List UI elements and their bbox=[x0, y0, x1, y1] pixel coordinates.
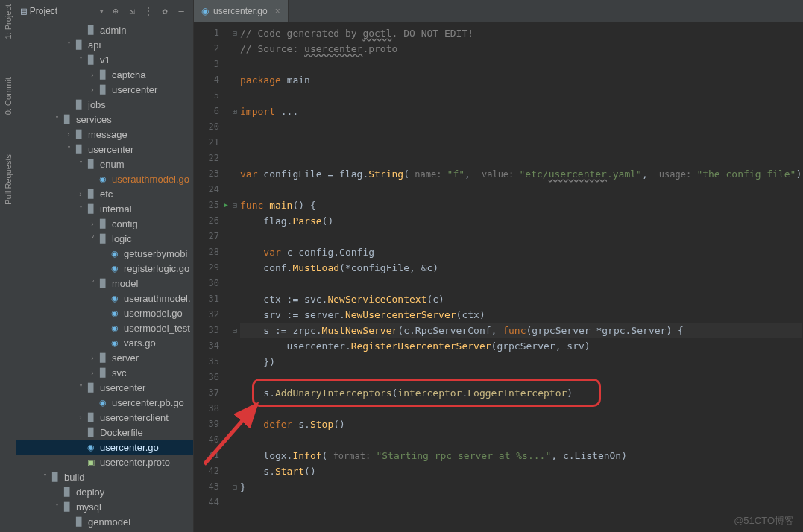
fold-mark[interactable] bbox=[230, 417, 240, 432]
tree-item[interactable]: ▉deploy bbox=[16, 484, 193, 499]
chevron-icon[interactable]: › bbox=[88, 354, 97, 362]
fold-mark[interactable] bbox=[230, 41, 240, 57]
tree-item[interactable]: ˅▉services bbox=[16, 112, 193, 127]
tree-item[interactable]: ◉getuserbymobi bbox=[16, 246, 193, 261]
fold-mark[interactable] bbox=[230, 135, 240, 151]
tree-item[interactable]: ▉Dockerfile bbox=[16, 425, 193, 440]
tree-item[interactable]: ˅▉enum bbox=[16, 156, 193, 171]
rail-commit[interactable]: 0: Commit bbox=[2, 73, 14, 119]
chevron-icon[interactable]: › bbox=[76, 414, 85, 422]
fold-mark[interactable] bbox=[230, 88, 240, 104]
chevron-icon[interactable]: › bbox=[88, 220, 97, 228]
tree-item[interactable]: ◉userauthmodel.go bbox=[16, 171, 193, 186]
tree-item[interactable]: ›▉message bbox=[16, 127, 193, 142]
gear-icon[interactable]: ✿ bbox=[157, 4, 172, 19]
sidebar-title[interactable]: Project bbox=[30, 6, 97, 16]
chevron-icon[interactable]: ˅ bbox=[52, 503, 61, 511]
tree-item[interactable]: ›▉etc bbox=[16, 186, 193, 201]
fold-mark[interactable] bbox=[230, 182, 240, 197]
project-tree[interactable]: ▉admin˅▉api˅▉v1›▉captcha›▉usercenter▉job… bbox=[16, 22, 193, 532]
fold-mark[interactable] bbox=[230, 401, 240, 417]
chevron-icon[interactable]: ˅ bbox=[88, 235, 97, 243]
chevron-icon[interactable]: ˅ bbox=[52, 115, 61, 124]
tree-item[interactable]: ›▉svc bbox=[16, 365, 193, 380]
chevron-icon[interactable]: ˅ bbox=[88, 279, 97, 288]
tree-item[interactable]: ˅▉mysql bbox=[16, 499, 193, 514]
chevron-icon[interactable]: › bbox=[88, 369, 97, 377]
fold-mark[interactable] bbox=[230, 166, 240, 182]
fold-mark[interactable] bbox=[230, 463, 240, 479]
tree-item[interactable]: ▣usercenter.proto bbox=[16, 455, 193, 469]
tree-item[interactable]: ◉usercenter.pb.go bbox=[16, 395, 193, 410]
chevron-icon[interactable]: ˅ bbox=[76, 160, 85, 168]
fold-mark[interactable]: ⊟ bbox=[230, 479, 240, 495]
fold-mark[interactable] bbox=[230, 338, 240, 354]
fold-mark[interactable] bbox=[230, 448, 240, 463]
fold-mark[interactable]: ⊟ bbox=[230, 197, 240, 213]
fold-mark[interactable] bbox=[230, 260, 240, 276]
fold-mark[interactable] bbox=[230, 119, 240, 135]
fold-mark[interactable] bbox=[230, 151, 240, 166]
tree-item[interactable]: ˅▉api bbox=[16, 37, 193, 52]
tree-item[interactable]: ›▉captcha bbox=[16, 67, 193, 82]
expand-icon[interactable]: ⇲ bbox=[125, 4, 139, 19]
tree-item[interactable]: ›▉usercenterclient bbox=[16, 410, 193, 425]
sidebar-dropdown-icon[interactable]: ▼ bbox=[100, 7, 104, 15]
fold-mark[interactable] bbox=[230, 495, 240, 510]
fold-mark[interactable] bbox=[230, 385, 240, 401]
fold-mark[interactable] bbox=[230, 57, 240, 72]
tree-item[interactable]: ˅▉v1 bbox=[16, 52, 193, 67]
close-icon[interactable]: × bbox=[275, 6, 280, 16]
fold-mark[interactable] bbox=[230, 213, 240, 229]
tree-item[interactable]: ◉usercenter.go bbox=[16, 440, 193, 455]
tree-item[interactable]: ˅▉model bbox=[16, 276, 193, 291]
chevron-icon[interactable]: › bbox=[76, 190, 85, 198]
fold-mark[interactable] bbox=[230, 354, 240, 370]
tree-item[interactable]: ˅▉internal bbox=[16, 201, 193, 216]
tree-item[interactable]: ›▉server bbox=[16, 350, 193, 365]
run-gutter-icon[interactable]: ▶ bbox=[224, 197, 228, 213]
rail-pull-requests[interactable]: Pull Requests bbox=[2, 150, 14, 209]
tree-item[interactable]: ›▉usercenter bbox=[16, 82, 193, 97]
fold-mark[interactable] bbox=[230, 291, 240, 307]
fold-mark[interactable] bbox=[230, 307, 240, 323]
chevron-icon[interactable]: ˅ bbox=[64, 145, 73, 153]
fold-mark[interactable]: ⊟ bbox=[230, 25, 240, 41]
chevron-icon[interactable]: ˅ bbox=[64, 41, 73, 49]
fold-mark[interactable] bbox=[230, 432, 240, 448]
fold-mark[interactable] bbox=[230, 370, 240, 385]
fold-mark[interactable] bbox=[230, 244, 240, 260]
fold-mark[interactable] bbox=[230, 72, 240, 88]
tree-label: getuserbymobi bbox=[124, 248, 187, 259]
chevron-icon[interactable]: › bbox=[64, 130, 73, 139]
fold-mark[interactable]: ⊟ bbox=[230, 323, 240, 338]
tree-item[interactable]: ◉registerlogic.go bbox=[16, 261, 193, 276]
tree-item[interactable]: ˅▉usercenter bbox=[16, 142, 193, 156]
fold-mark[interactable] bbox=[230, 276, 240, 291]
fold-mark[interactable] bbox=[230, 229, 240, 244]
rail-project[interactable]: 1: Project bbox=[2, 0, 14, 43]
tree-item[interactable]: ˅▉build bbox=[16, 469, 193, 484]
tree-item[interactable]: ◉vars.go bbox=[16, 335, 193, 350]
chevron-icon[interactable]: › bbox=[88, 71, 97, 79]
chevron-icon[interactable]: ˅ bbox=[76, 384, 85, 392]
chevron-icon[interactable]: ˅ bbox=[40, 473, 49, 481]
chevron-icon[interactable]: ˅ bbox=[76, 56, 85, 64]
code-content[interactable]: // Code generated by goctl. DO NOT EDIT!… bbox=[240, 22, 802, 532]
tree-item[interactable]: ◉userauthmodel. bbox=[16, 291, 193, 305]
hide-icon[interactable]: — bbox=[174, 4, 189, 19]
tree-item[interactable]: ˅▉logic bbox=[16, 231, 193, 246]
tree-item[interactable]: ▉jobs bbox=[16, 97, 193, 112]
tab-usercenter[interactable]: ◉ usercenter.go × bbox=[194, 0, 289, 22]
tree-item[interactable]: ▉genmodel bbox=[16, 514, 193, 529]
fold-mark[interactable]: ⊞ bbox=[230, 104, 240, 119]
chevron-icon[interactable]: › bbox=[88, 86, 97, 94]
target-icon[interactable]: ⊕ bbox=[108, 4, 123, 19]
tree-item[interactable]: ◉usermodel.go bbox=[16, 305, 193, 320]
code-area[interactable]: 123456202122232425▶262728293031323334353… bbox=[194, 22, 803, 532]
tree-item[interactable]: ◉usermodel_test bbox=[16, 320, 193, 335]
tree-item[interactable]: ▉admin bbox=[16, 22, 193, 37]
tree-item[interactable]: ›▉config bbox=[16, 216, 193, 231]
chevron-icon[interactable]: ˅ bbox=[76, 205, 85, 213]
tree-item[interactable]: ˅▉usercenter bbox=[16, 380, 193, 395]
